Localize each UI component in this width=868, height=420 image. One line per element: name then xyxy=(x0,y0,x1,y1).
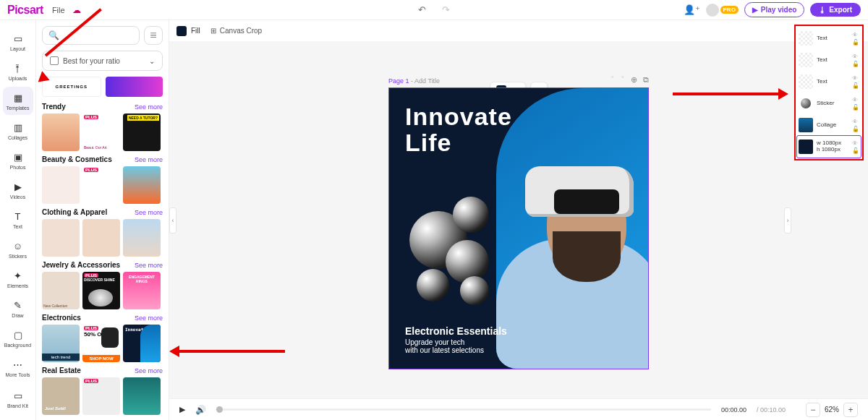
visibility-icon[interactable]: 👁 xyxy=(852,140,859,147)
filter-button[interactable]: ≡ xyxy=(144,26,163,45)
rail-label: Text xyxy=(13,224,22,229)
rail-item-text[interactable]: TText xyxy=(3,205,33,233)
rail-item-uploads[interactable]: ⭱Uploads xyxy=(3,57,33,85)
template-thumb[interactable] xyxy=(82,219,120,257)
left-rail: ▭Layout⭱Uploads▦Templates▥Collages▣Photo… xyxy=(0,20,36,420)
template-thumb[interactable]: ENGAGEMENT RINGS xyxy=(123,272,161,309)
add-user-icon[interactable]: 👤⁺ xyxy=(684,4,700,15)
headline-text[interactable]: Innovate Life xyxy=(405,104,512,155)
fill-control[interactable]: Fill xyxy=(176,26,200,36)
fill-swatch xyxy=(176,26,187,36)
see-more-link[interactable]: See more xyxy=(135,367,163,374)
user-avatar[interactable]: PRO xyxy=(706,4,739,17)
layer-row[interactable]: Collage👁🔓 xyxy=(797,114,861,136)
canvas-toolbar: Fill ⊞ Canvas Crop xyxy=(169,20,868,42)
template-thumb[interactable]: New Collection xyxy=(42,272,80,309)
rail-item-layout[interactable]: ▭Layout xyxy=(3,27,33,56)
play-video-button[interactable]: ▶ Play video xyxy=(744,2,804,17)
zoom-out-button[interactable]: − xyxy=(806,403,820,417)
time-total: / 00:10.00 xyxy=(757,406,786,413)
page-up-icon[interactable]: ˄ xyxy=(610,75,615,85)
see-more-link[interactable]: See more xyxy=(135,103,163,111)
rail-item-elements[interactable]: ✦Elements xyxy=(3,265,33,293)
template-thumb[interactable]: PLUSDISCOVER SHINE xyxy=(82,272,120,309)
template-thumb[interactable]: tech trend xyxy=(42,325,80,362)
rail-icon: ✦ xyxy=(12,269,25,282)
template-thumb[interactable] xyxy=(42,219,80,257)
design-canvas[interactable]: Innovate Life Electronic Essentials Upgr… xyxy=(388,87,649,369)
rail-item-background[interactable]: ▢Background xyxy=(3,324,33,352)
template-thumb[interactable] xyxy=(123,166,161,204)
layer-row[interactable]: Sticker👁🔓 xyxy=(797,93,861,114)
templates-scroll[interactable]: GREETINGS Trendy See more PLUSBeaut. Our… xyxy=(36,77,169,420)
layer-row[interactable]: Text👁🔓 xyxy=(797,71,861,93)
page-title[interactable]: Page 1 - Add Title xyxy=(388,77,440,85)
see-more-link[interactable]: See more xyxy=(135,156,163,163)
rail-item-templates[interactable]: ▦Templates xyxy=(3,87,33,115)
visibility-icon[interactable]: 👁 xyxy=(852,119,859,125)
zoom-in-button[interactable]: + xyxy=(843,403,858,417)
rail-label: Stickers xyxy=(9,254,27,259)
cloud-sync-icon[interactable]: ☁ xyxy=(72,5,81,15)
template-thumb[interactable] xyxy=(123,377,161,415)
canvas-workspace[interactable]: Fill ··· Page 1 - Add Title ˄ ˅ ⊕ ⧉ xyxy=(169,42,868,398)
visibility-icon[interactable]: 👁 xyxy=(852,75,859,82)
template-thumb[interactable]: NEED A TUTOR? xyxy=(123,113,161,151)
subtext[interactable]: Electronic Essentials Upgrade your tech … xyxy=(405,325,507,354)
rail-icon: ☺ xyxy=(12,239,25,252)
canvas-crop-button[interactable]: ⊞ Canvas Crop xyxy=(210,27,262,35)
volume-icon[interactable]: 🔊 xyxy=(195,405,206,415)
layer-name: Text xyxy=(817,35,848,42)
visibility-icon[interactable]: 👁 xyxy=(852,53,859,60)
layer-row[interactable]: w 1080px h 1080px👁🔓 xyxy=(797,136,861,158)
ratio-select[interactable]: Best for your ratio ⌄ xyxy=(42,51,163,71)
page-down-icon[interactable]: ˅ xyxy=(621,75,625,85)
undo-icon[interactable]: ↶ xyxy=(418,4,426,15)
template-thumb[interactable] xyxy=(106,77,163,97)
export-button[interactable]: ⭳ Export xyxy=(810,3,861,17)
template-thumb[interactable] xyxy=(42,166,80,204)
template-thumb[interactable]: PLUS xyxy=(82,166,120,204)
rail-item-my-folders[interactable]: 🗀My Folders xyxy=(3,414,33,420)
play-button[interactable]: ▶ xyxy=(179,405,185,414)
redo-icon[interactable]: ↷ xyxy=(442,4,450,15)
lock-icon[interactable]: 🔓 xyxy=(852,61,859,67)
see-more-link[interactable]: See more xyxy=(135,314,163,322)
rail-item-collages[interactable]: ▥Collages xyxy=(3,116,33,145)
see-more-link[interactable]: See more xyxy=(135,209,163,216)
lock-icon[interactable]: 🔓 xyxy=(852,147,859,154)
see-more-link[interactable]: See more xyxy=(135,262,163,269)
lock-icon[interactable]: 🔓 xyxy=(852,126,859,132)
rail-item-more-tools[interactable]: ⋯More Tools xyxy=(3,353,33,382)
photo-layer[interactable] xyxy=(496,88,648,369)
template-thumb[interactable]: PLUSBeaut. Our Art xyxy=(82,113,120,151)
copy-page-icon[interactable]: ⧉ xyxy=(643,75,649,85)
template-thumb[interactable]: Innovate Life xyxy=(123,325,161,362)
rail-item-videos[interactable]: ▶Videos xyxy=(3,176,33,204)
template-thumb[interactable] xyxy=(123,219,161,257)
layer-row[interactable]: Text👁🔓 xyxy=(797,27,861,49)
duplicate-page-icon[interactable]: ⊕ xyxy=(631,75,637,85)
rail-item-brand-kit[interactable]: ▭Brand Kit xyxy=(3,385,33,413)
template-thumb[interactable]: Just Sold! xyxy=(42,377,80,415)
file-menu[interactable]: File xyxy=(52,6,65,14)
rail-item-photos[interactable]: ▣Photos xyxy=(3,146,33,174)
lock-icon[interactable]: 🔓 xyxy=(852,82,859,89)
sticker-layer[interactable] xyxy=(395,189,518,320)
template-thumb[interactable]: PLUS xyxy=(82,377,120,415)
template-thumb[interactable]: PLUS50% OFFSHOP NOW xyxy=(82,325,120,362)
lock-icon[interactable]: 🔓 xyxy=(852,39,859,46)
search-input[interactable]: 🔍 xyxy=(42,26,140,45)
lock-icon[interactable]: 🔓 xyxy=(852,104,859,111)
visibility-icon[interactable]: 👁 xyxy=(852,97,859,103)
layer-row[interactable]: Text👁🔓 xyxy=(797,49,861,71)
visibility-icon[interactable]: 👁 xyxy=(852,32,859,38)
layer-name: w 1080px h 1080px xyxy=(817,140,848,153)
timeline-scrubber[interactable] xyxy=(216,408,711,411)
template-thumb[interactable] xyxy=(42,113,80,151)
template-thumb[interactable]: GREETINGS xyxy=(42,77,101,97)
panel-collapse-left[interactable]: ‹ xyxy=(169,207,176,233)
rail-item-stickers[interactable]: ☺Stickers xyxy=(3,235,33,263)
panel-collapse-right[interactable]: › xyxy=(784,207,791,233)
rail-item-draw[interactable]: ✎Draw xyxy=(3,294,33,322)
